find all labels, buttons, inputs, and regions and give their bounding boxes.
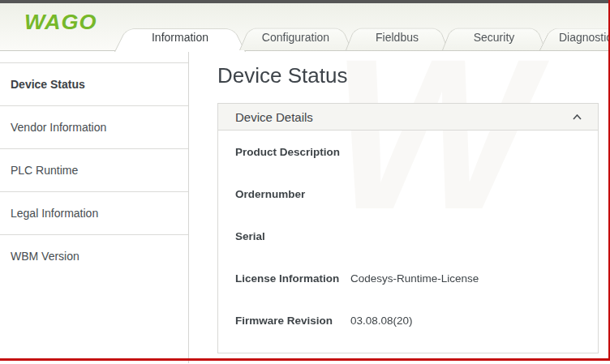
header: WAGO Information Configuration Fieldbus … bbox=[0, 3, 610, 51]
detail-label: Product Description bbox=[235, 146, 350, 158]
tab-security-label: Security bbox=[474, 31, 515, 44]
device-details-panel-header[interactable]: Device Details bbox=[218, 104, 598, 131]
sidebar-item-wbm-version[interactable]: WBM Version bbox=[0, 234, 188, 277]
tab-configuration[interactable]: Configuration bbox=[244, 24, 347, 51]
tab-diagnostic[interactable]: Diagnostic bbox=[544, 24, 610, 51]
device-details-panel: Device Details Product Description Order… bbox=[217, 103, 599, 353]
sidebar-item-device-status[interactable]: Device Status bbox=[0, 62, 188, 105]
main-panel-area: W Device Status Device Details Product D… bbox=[189, 51, 610, 363]
content-area: Device Status Vendor Information PLC Run… bbox=[0, 51, 610, 363]
tab-security[interactable]: Security bbox=[447, 24, 541, 51]
sidebar-item-vendor-information[interactable]: Vendor Information bbox=[0, 105, 188, 148]
sidebar-item-plc-runtime[interactable]: PLC Runtime bbox=[0, 148, 188, 191]
sidebar: Device Status Vendor Information PLC Run… bbox=[0, 51, 189, 363]
panel-title: Device Details bbox=[235, 110, 313, 124]
detail-label: Ordernumber bbox=[235, 188, 350, 200]
detail-label: Serial bbox=[235, 230, 350, 242]
panel-body: Product Description Ordernumber Serial L… bbox=[218, 131, 598, 353]
tab-configuration-label: Configuration bbox=[262, 31, 329, 44]
tab-fieldbus-label: Fieldbus bbox=[376, 31, 419, 44]
detail-row-license-information: License Information Codesys-Runtime-Lice… bbox=[218, 257, 598, 299]
tab-diagnostic-label: Diagnostic bbox=[559, 31, 610, 44]
tab-information-label: Information bbox=[152, 31, 208, 44]
wago-logo: WAGO bbox=[24, 11, 97, 34]
tab-fieldbus[interactable]: Fieldbus bbox=[350, 24, 444, 51]
wbm-window: WAGO Information Configuration Fieldbus … bbox=[0, 0, 610, 364]
sidebar-item-legal-information[interactable]: Legal Information bbox=[0, 191, 188, 234]
detail-row-serial: Serial bbox=[218, 215, 598, 257]
detail-value: 03.08.08(20) bbox=[350, 315, 413, 327]
tab-bar: Information Configuration Fieldbus Secur… bbox=[118, 24, 610, 51]
red-edge-bottom bbox=[0, 358, 610, 361]
detail-value: Codesys-Runtime-License bbox=[350, 272, 479, 285]
detail-label: Firmware Revision bbox=[235, 315, 350, 327]
page-title: Device Status bbox=[217, 64, 610, 87]
chevron-up-icon[interactable] bbox=[573, 114, 582, 120]
detail-row-product-description: Product Description bbox=[218, 131, 598, 173]
detail-row-firmware-revision: Firmware Revision 03.08.08(20) bbox=[218, 299, 598, 341]
detail-row-ordernumber: Ordernumber bbox=[218, 173, 598, 215]
detail-label: License Information bbox=[235, 272, 350, 285]
tab-information[interactable]: Information bbox=[119, 24, 241, 51]
